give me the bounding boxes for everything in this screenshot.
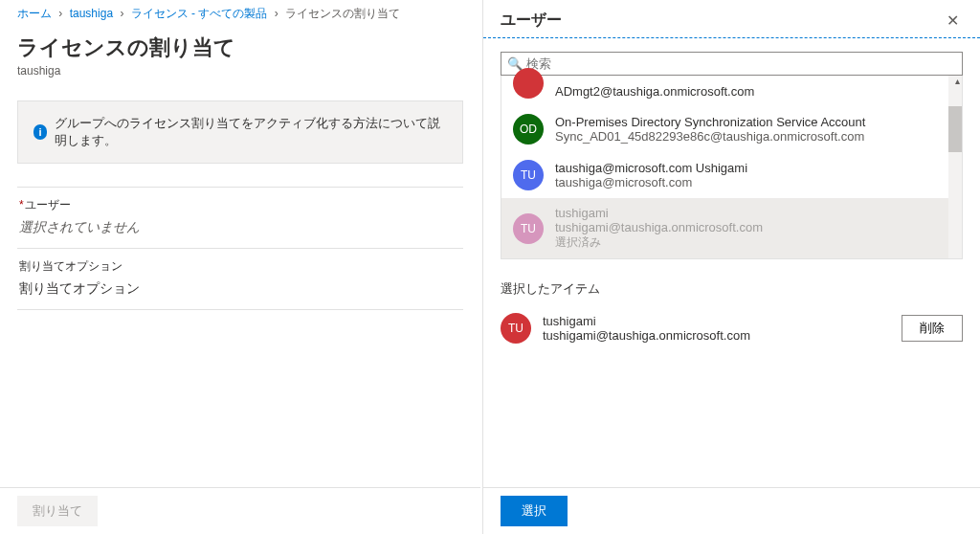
license-assign-panel: ホーム › taushiga › ライセンス - すべての製品 › ライセンスの… <box>0 0 480 534</box>
user-list-item[interactable]: TU taushiga@microsoft.com Ushigami taush… <box>501 152 962 198</box>
left-footer: 割り当て <box>0 487 480 534</box>
info-text: グループへのライセンス割り当てをアクティブ化する方法について説明します。 <box>55 115 447 149</box>
search-input[interactable] <box>526 56 956 71</box>
page-subtitle: taushiga <box>17 64 463 78</box>
user-email: taushiga@microsoft.com <box>555 175 747 189</box>
avatar: TU <box>501 313 531 344</box>
chevron-right-icon: › <box>275 7 278 20</box>
user-email: Sync_AD01_45d82293e86c@taushiga.onmicros… <box>555 129 865 144</box>
close-icon[interactable]: ✕ <box>943 10 963 32</box>
assignment-options-value: 割り当てオプション <box>19 280 461 298</box>
assignment-options-section[interactable]: 割り当てオプション 割り当てオプション <box>17 249 463 310</box>
avatar: TU <box>513 213 544 244</box>
user-email: tushigami@taushiga.onmicrosoft.com <box>555 220 763 234</box>
selected-items-header: 選択したアイテム <box>501 280 963 298</box>
info-icon: i <box>33 124 47 140</box>
scrollbar-track[interactable]: ▴ <box>948 76 962 258</box>
user-list-item[interactable]: ADmgt2@taushiga.onmicrosoft.com <box>501 76 962 106</box>
select-button[interactable]: 選択 <box>501 496 568 526</box>
page-header: ライセンスの割り当て taushiga <box>17 33 463 78</box>
assign-button: 割り当て <box>17 496 98 526</box>
user-name: ADmgt2@taushiga.onmicrosoft.com <box>555 84 754 99</box>
user-name: taushiga@microsoft.com Ushigami <box>555 161 747 175</box>
avatar: OD <box>513 114 544 145</box>
user-picker-blade: ユーザー ✕ 🔍 ▴ ADmgt2@taushiga.onmicrosoft.c… <box>482 0 980 534</box>
blade-body: 🔍 ▴ ADmgt2@taushiga.onmicrosoft.com OD O… <box>483 48 980 487</box>
blade-title: ユーザー <box>501 11 562 31</box>
avatar: TU <box>513 160 544 190</box>
chevron-right-icon: › <box>120 7 123 20</box>
user-name: On-Premises Directory Synchronization Se… <box>555 115 865 129</box>
search-field[interactable]: 🔍 <box>501 52 963 76</box>
blade-footer: 選択 <box>483 487 980 534</box>
user-label: *ユーザー <box>19 197 461 213</box>
chevron-right-icon: › <box>58 7 62 20</box>
user-section[interactable]: *ユーザー 選択されていません <box>17 187 463 249</box>
remove-button[interactable]: 削除 <box>902 315 963 342</box>
user-list: ▴ ADmgt2@taushiga.onmicrosoft.com OD On-… <box>501 76 963 259</box>
search-icon: 🔍 <box>507 56 523 71</box>
blade-divider <box>483 37 980 38</box>
blade-header: ユーザー ✕ <box>483 0 980 37</box>
scroll-up-icon[interactable]: ▴ <box>955 76 960 86</box>
breadcrumb: ホーム › taushiga › ライセンス - すべての製品 › ライセンスの… <box>17 4 463 28</box>
avatar <box>513 68 544 99</box>
selected-user-email: tushigami@taushiga.onmicrosoft.com <box>543 328 890 343</box>
selected-item-row: TU tushigami tushigami@taushiga.onmicros… <box>501 313 963 344</box>
user-name: tushigami <box>555 206 763 220</box>
page-title: ライセンスの割り当て <box>17 33 463 62</box>
assignment-options-label: 割り当てオプション <box>19 258 461 275</box>
breadcrumb-current: ライセンスの割り当て <box>285 7 400 20</box>
info-callout: i グループへのライセンス割り当てをアクティブ化する方法について説明します。 <box>17 100 463 164</box>
user-list-item[interactable]: OD On-Premises Directory Synchronization… <box>501 106 962 152</box>
already-selected-label: 選択済み <box>555 234 763 251</box>
user-placeholder: 選択されていません <box>19 219 461 236</box>
scrollbar-thumb[interactable] <box>948 106 962 152</box>
breadcrumb-licenses[interactable]: ライセンス - すべての製品 <box>131 7 268 20</box>
breadcrumb-home[interactable]: ホーム <box>17 7 52 20</box>
breadcrumb-tenant[interactable]: taushiga <box>70 7 113 20</box>
user-list-item-selected: TU tushigami tushigami@taushiga.onmicros… <box>501 198 962 258</box>
selected-user-name: tushigami <box>543 314 890 328</box>
